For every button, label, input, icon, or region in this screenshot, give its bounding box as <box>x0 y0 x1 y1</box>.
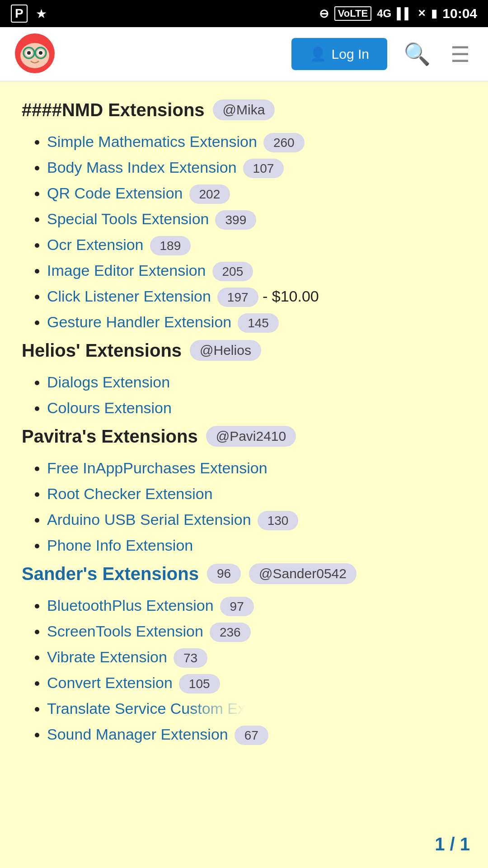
list-item: Gesture Handler Extension145 <box>47 313 466 331</box>
time-display: 10:04 <box>442 6 477 21</box>
section-count-badge-sander: 96 <box>207 564 241 584</box>
ext-link[interactable]: Click Listener Extension <box>47 288 211 305</box>
author-tag-nmd: @Mika <box>213 99 275 120</box>
item-price: - $10.00 <box>258 288 319 305</box>
ext-link[interactable]: Special Tools Extension <box>47 210 209 227</box>
item-badge: 197 <box>217 288 258 307</box>
ext-link[interactable]: Gesture Handler Extension <box>47 313 231 330</box>
nav-right: 👤 Log In 🔍 ☰ <box>291 38 474 71</box>
star-icon: ★ <box>36 6 47 21</box>
search-icon: 🔍 <box>404 42 431 66</box>
ext-list-nmd: Simple Mathematics Extension260Body Mass… <box>22 133 466 331</box>
svg-point-7 <box>39 51 42 55</box>
section-title-helios: Helios' Extensions <box>22 340 182 361</box>
section-title-pavitra: Pavitra's Extensions <box>22 426 198 447</box>
ext-link[interactable]: Simple Mathematics Extension <box>47 133 257 150</box>
item-badge: 205 <box>212 262 253 281</box>
ext-link[interactable]: QR Code Extension <box>47 184 183 202</box>
ext-link[interactable]: Phone Info Extension <box>47 537 193 554</box>
item-badge: 67 <box>235 726 268 745</box>
list-item: Vibrate Extension73 <box>47 648 466 666</box>
list-item: Dialogs Extension <box>47 373 466 391</box>
list-item: ScreenTools Extension236 <box>47 623 466 640</box>
item-badge: 130 <box>258 511 299 530</box>
ext-link[interactable]: Root Checker Extension <box>47 485 213 502</box>
ext-link[interactable]: Sound Manager Extension <box>47 726 228 743</box>
list-item: Free InAppPurchases Extension <box>47 459 466 477</box>
section-title-sander: Sander's Extensions <box>22 564 199 584</box>
site-logo <box>14 33 55 75</box>
section-header-helios: Helios' Extensions@Helios <box>22 340 466 361</box>
svg-point-6 <box>27 51 31 55</box>
list-item: Ocr Extension189 <box>47 236 466 254</box>
list-item: BluetoothPlus Extension97 <box>47 597 466 614</box>
list-item: Simple Mathematics Extension260 <box>47 133 466 151</box>
list-item: Image Editor Extension205 <box>47 262 466 279</box>
list-item: Special Tools Extension399 <box>47 210 466 228</box>
section-sander: Sander's Extensions96@Sander0542Bluetoot… <box>22 563 466 743</box>
search-button[interactable]: 🔍 <box>400 38 434 71</box>
list-item: Arduino USB Serial Extension130 <box>47 511 466 528</box>
pagination-label: 1 / 1 <box>435 834 470 854</box>
navbar: 👤 Log In 🔍 ☰ <box>0 27 488 81</box>
list-item: Body Mass Index Extension107 <box>47 159 466 176</box>
ext-link[interactable]: Ocr Extension <box>47 236 144 253</box>
item-badge: 202 <box>189 184 230 204</box>
login-label: Log In <box>332 47 369 62</box>
status-left: P ★ <box>11 5 47 23</box>
section-header-sander: Sander's Extensions96@Sander0542 <box>22 563 466 584</box>
item-badge: 107 <box>243 159 284 178</box>
p-icon: P <box>11 5 28 23</box>
ext-link[interactable]: Dialogs Extension <box>47 373 170 391</box>
ext-link[interactable]: Arduino USB Serial Extension <box>47 511 251 528</box>
item-badge: 399 <box>215 210 256 230</box>
list-item: Sound Manager Extension67 <box>47 726 466 743</box>
list-item: Click Listener Extension197 - $10.00 <box>47 288 466 305</box>
author-tag-helios: @Helios <box>190 340 261 361</box>
author-tag-sander: @Sander0542 <box>249 563 357 584</box>
list-item: Root Checker Extension <box>47 485 466 503</box>
volte-badge: VoLTE <box>334 6 371 21</box>
list-item: Translate Service Custom Ex <box>47 700 466 717</box>
section-title-nmd: ####NMD Extensions <box>22 100 205 120</box>
author-tag-pavitra: @Pavi2410 <box>206 426 296 447</box>
signal-4g: 4G <box>377 7 391 20</box>
ext-list-pavitra: Free InAppPurchases ExtensionRoot Checke… <box>22 459 466 554</box>
list-item: QR Code Extension202 <box>47 184 466 202</box>
item-badge: 236 <box>210 623 251 642</box>
item-badge: 145 <box>238 313 279 333</box>
item-badge: 73 <box>174 648 207 668</box>
ext-link[interactable]: Image Editor Extension <box>47 262 206 279</box>
section-header-nmd: ####NMD Extensions@Mika <box>22 99 466 120</box>
ext-link[interactable]: Body Mass Index Extension <box>47 159 237 176</box>
main-content: ####NMD Extensions@MikaSimple Mathematic… <box>0 81 488 868</box>
ext-link[interactable]: Translate Service Custom Ex <box>47 700 245 717</box>
ext-link[interactable]: BluetoothPlus Extension <box>47 597 214 614</box>
ext-list-sander: BluetoothPlus Extension97ScreenTools Ext… <box>22 597 466 743</box>
block-icon: ⊖ <box>319 7 329 21</box>
status-right: ⊖ VoLTE 4G ▌▌ ✕ ▮ 10:04 <box>319 6 477 21</box>
list-item: Colours Extension <box>47 399 466 417</box>
ext-link[interactable]: Vibrate Extension <box>47 648 167 665</box>
login-button[interactable]: 👤 Log In <box>291 38 387 70</box>
list-item: Phone Info Extension <box>47 537 466 554</box>
list-item: Convert Extension105 <box>47 674 466 692</box>
section-pavitra: Pavitra's Extensions@Pavi2410Free InAppP… <box>22 426 466 554</box>
pagination: 1 / 1 <box>435 834 470 854</box>
item-badge: 105 <box>179 674 220 693</box>
ext-list-helios: Dialogs ExtensionColours Extension <box>22 373 466 417</box>
ext-link[interactable]: Convert Extension <box>47 674 173 691</box>
hamburger-icon: ☰ <box>450 42 470 66</box>
battery-icon: ▮ <box>431 7 437 20</box>
section-header-pavitra: Pavitra's Extensions@Pavi2410 <box>22 426 466 447</box>
item-badge: 260 <box>263 133 305 152</box>
item-badge: 97 <box>220 597 254 616</box>
ext-link[interactable]: ScreenTools Extension <box>47 623 203 640</box>
cross-icon: ✕ <box>418 8 426 19</box>
signal-bars: ▌▌ <box>397 7 412 20</box>
section-helios: Helios' Extensions@HeliosDialogs Extensi… <box>22 340 466 417</box>
menu-button[interactable]: ☰ <box>447 38 474 71</box>
ext-link[interactable]: Colours Extension <box>47 399 172 416</box>
ext-link[interactable]: Free InAppPurchases Extension <box>47 459 267 476</box>
item-badge: 189 <box>150 236 191 255</box>
